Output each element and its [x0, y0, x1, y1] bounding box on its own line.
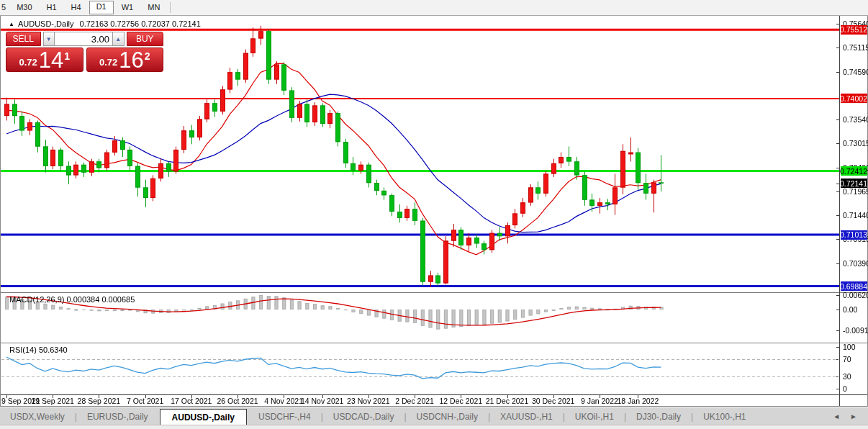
- rsi-scale-label: 0: [843, 384, 847, 393]
- timeframe-button-mn[interactable]: MN: [141, 1, 166, 14]
- price-level-badge: 0.69884: [841, 281, 867, 291]
- sell-price-main: 14: [39, 51, 63, 70]
- tab-scroll-right-button[interactable]: ►: [845, 412, 862, 420]
- date-tick-label: 28 Sep 2021: [78, 397, 121, 405]
- symbol-tab-audusd-daily[interactable]: AUDUSD-,Daily: [160, 409, 247, 425]
- date-tick-label: 26 Oct 2021: [217, 397, 258, 405]
- buy-price-box[interactable]: 0.72162: [86, 48, 164, 72]
- buy-price-prefix: 0.72: [99, 57, 117, 68]
- date-tick-label: 4 Nov 2021: [264, 397, 303, 405]
- date-tick-label: 2 Dec 2021: [395, 397, 434, 405]
- price-tick-label: 0.73015: [843, 139, 868, 148]
- price-level-badge: 0.71013: [841, 230, 867, 240]
- timeframe-button-d1[interactable]: D1: [89, 1, 114, 14]
- symbol-tab-usdchf-h4[interactable]: USDCHF-,H4: [248, 409, 321, 425]
- date-tick-label: 9 Jan 2022: [581, 397, 618, 405]
- timeframe-button-w1[interactable]: W1: [115, 1, 140, 14]
- symbol-tab-dj30-daily[interactable]: DJ30-,Daily: [626, 409, 691, 425]
- macd-indicator-label: MACD(12,26,9) 0.000384 0.000685: [9, 295, 135, 304]
- volume-input[interactable]: [55, 32, 112, 46]
- chart-symbol-title: AUDUSD-,Daily: [18, 19, 74, 28]
- timeframe-button-m30[interactable]: M30: [10, 1, 38, 14]
- volume-increase-button[interactable]: ▲: [112, 32, 125, 46]
- chart-header: ▲AUDUSD-,Daily0.72163 0.72756 0.72037 0.…: [9, 19, 201, 28]
- price-level-badge: 0.72141: [841, 179, 867, 188]
- price-tick-label: 0.74590: [843, 68, 868, 76]
- symbol-tab-usdcad-daily[interactable]: USDCAD-,Daily: [323, 409, 404, 425]
- price-tick-label: 0.75115: [843, 43, 868, 52]
- date-tick-label: 18 Jan 2022: [617, 397, 659, 405]
- timeframe-bar: 5M30H1H4D1W1MN: [0, 0, 868, 16]
- symbol-tab-bar: USDX,Weekly|EURUSD-,DailyAUDUSD-,DailyUS…: [0, 407, 868, 425]
- sell-price-pip: 1: [64, 50, 70, 62]
- status-strip: [0, 425, 868, 429]
- price-tick-label: 0.71440: [843, 211, 868, 220]
- rsi-scale-label: 100: [843, 343, 856, 351]
- rsi-indicator-label: RSI(14) 50.6340: [9, 346, 68, 354]
- price-tick-label: 0.71965: [843, 187, 868, 196]
- volume-decrease-button[interactable]: ▼: [43, 32, 55, 46]
- date-tick-label: 23 Nov 2021: [347, 397, 390, 405]
- price-tick-label: 0.73540: [843, 115, 868, 124]
- sell-button[interactable]: SELL: [6, 32, 41, 46]
- buy-price-pip: 2: [145, 50, 150, 62]
- macd-scale-label: -0.00919: [843, 326, 868, 335]
- macd-scale-label: 0.00: [843, 305, 857, 314]
- date-tick-label: 17 Oct 2021: [171, 397, 212, 405]
- price-tick-label: 0.70390: [843, 259, 868, 268]
- trading-platform-window: 5M30H1H4D1W1MN ▲AUDUSD-,Daily0.72163 0.7…: [0, 0, 868, 429]
- date-tick-label: 19 Sep 2021: [31, 397, 74, 405]
- symbol-tab-usdcnh-daily[interactable]: USDCNH-,Daily: [407, 409, 488, 425]
- tab-scroll-controls: ◄►: [828, 407, 868, 425]
- timeframe-button-h1[interactable]: H1: [40, 1, 63, 14]
- price-level-badge: 0.75512: [841, 25, 867, 35]
- date-tick-label: 21 Dec 2021: [486, 397, 529, 405]
- date-tick-label: 12 Dec 2021: [440, 397, 483, 405]
- one-click-trade-panel: SELL ▼ ▲ BUY 0.72141 0.72162: [6, 32, 163, 72]
- buy-price-main: 16: [119, 51, 143, 70]
- collapse-triangle-icon[interactable]: ▲: [9, 21, 14, 27]
- toolbar-separator: [170, 2, 171, 13]
- date-tick-label: 7 Oct 2021: [127, 397, 163, 405]
- timeframe-button-5[interactable]: 5: [1, 1, 9, 14]
- symbol-tab-uk100-h1[interactable]: UK100-,H1: [693, 409, 756, 425]
- macd-scale-label: 0.006201: [843, 291, 868, 299]
- date-tick-label: 14 Nov 2021: [301, 397, 344, 405]
- date-tick-label: 30 Dec 2021: [532, 397, 575, 405]
- buy-button[interactable]: BUY: [127, 32, 163, 46]
- timeframe-button-h4[interactable]: H4: [65, 1, 88, 14]
- rsi-scale-label: 70: [843, 355, 851, 363]
- price-level-badge: 0.72412: [841, 166, 867, 176]
- rsi-scale-label: 30: [843, 372, 851, 381]
- tab-scroll-left-button[interactable]: ◄: [828, 412, 845, 420]
- symbol-tab-ukoil-h1[interactable]: UKOil-,H1: [565, 409, 624, 425]
- sell-price-box[interactable]: 0.72141: [6, 48, 83, 72]
- price-level-badge: 0.74002: [841, 94, 867, 103]
- symbol-tab-eurusd-daily[interactable]: EURUSD-,Daily: [77, 409, 158, 425]
- symbol-tab-xauusd-h1[interactable]: XAUUSD-,H1: [490, 409, 563, 425]
- chart-ohlc-values: 0.72163 0.72756 0.72037 0.72141: [80, 19, 201, 28]
- symbol-tab-usdx-weekly[interactable]: USDX,Weekly: [0, 409, 75, 425]
- sell-price-prefix: 0.72: [19, 57, 37, 68]
